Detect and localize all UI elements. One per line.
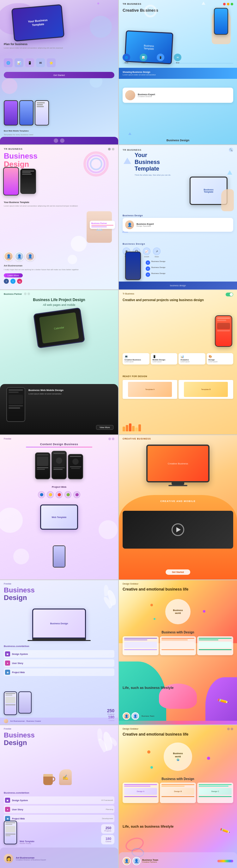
card3-ant: Ant Businessman [4, 265, 22, 267]
card12-lifestyle: Life, such as business lifestyle [123, 824, 205, 829]
card7-brand: Freebie [4, 438, 11, 440]
card1-subtitle: Plan for business [4, 42, 114, 46]
card11-domain: Business.com/detion [4, 792, 29, 794]
card5-brand: Business Partner [4, 293, 22, 295]
card6-feat2-desc: Lorem ipsum [153, 361, 176, 363]
card7-icon2: 🟡 [47, 491, 54, 498]
card10-bwd: Business with Design [123, 630, 233, 634]
card2-icon-yellow [227, 3, 230, 5]
card3-brand: TR BUSINESS [4, 148, 22, 150]
card2-brand: TR BUSINESS [123, 2, 141, 5]
card11-feat1-sub: UI Framework [101, 799, 113, 801]
card11-feat3-icon: ◉ [5, 816, 10, 821]
card1-cta[interactable]: Get Started [53, 74, 65, 76]
icon-globe: 🌐 [4, 58, 12, 67]
card4-desc: Think the whole way. See what you can do… [135, 174, 233, 176]
card11-feat3: Project Web [12, 817, 25, 820]
card8-play-btn[interactable] [172, 523, 184, 536]
main-grid: Your BusinessTemplate Plan for business … [0, 0, 237, 725]
icon-twitter[interactable]: t [10, 279, 16, 284]
card9-item1: Design System [12, 653, 28, 655]
icon-star: ⭐ [47, 58, 56, 67]
card4-num1: Business Design [151, 260, 165, 262]
grid-row-6: Freebie Business Design ✍️ Busines [0, 725, 237, 868]
card7-icon1: 🔵 [38, 491, 45, 498]
card2-showing: Showing Business Design [123, 71, 233, 73]
card2-bottom: Business Design [119, 139, 237, 142]
card11-person: Ant Businessman [16, 857, 46, 859]
card11-feat1: Design System [12, 799, 28, 802]
icon-chart: 📊 [15, 58, 23, 67]
card11-feat1-icon: ▣ [5, 798, 10, 803]
card12-avatar1: 👤 [123, 857, 131, 865]
card9-item2: User Story [12, 662, 23, 664]
icon-stats: 📈 [143, 248, 151, 255]
card1-body: Lorem ipsum dolor sit amet consectetur a… [4, 47, 114, 49]
icon-instagram[interactable]: ig [17, 279, 22, 284]
card7-title: Content Design Business [4, 443, 114, 446]
card9-icon1: ▣ [5, 651, 10, 656]
card12-dot2 [231, 728, 233, 730]
icon-phone: 📱 [25, 58, 34, 67]
card12-circle: Businessworld🌍 [173, 752, 183, 761]
card10-avatar-label: Business Team [141, 715, 155, 717]
card9-brand: Freebie [4, 583, 11, 585]
card2-person-role: Creative Director [138, 96, 155, 97]
card11-feat2: User Story [12, 808, 23, 811]
card3-ant-desc: I really hope that we are working for a … [4, 269, 114, 271]
card-4: TR BUSINESS 🔍 YourBusinessTemplate Think… [119, 145, 237, 289]
card10-circle-text: Businessworld [173, 609, 183, 615]
card3-bpcard: Business Partner [91, 222, 113, 224]
card6-toggle[interactable] [226, 292, 233, 297]
card-5: Business Partner Business Life Project D… [0, 290, 118, 434]
card2-icon-red [223, 3, 226, 5]
card4-num3: Business Design [151, 272, 165, 274]
card10-title: Creative and emotional business life [123, 587, 233, 592]
card8-screen-text: Creative Business [168, 462, 188, 465]
card9-item3: Project Web [12, 671, 25, 674]
card10-lifestyle: Life, such as business lifestyle [123, 685, 174, 690]
card6-feat4-icon: 🎨 [209, 355, 232, 358]
card9-title: Business Design [4, 586, 35, 601]
card-1: Your BusinessTemplate Plan for business … [0, 0, 118, 145]
card4-brand: TR BUSINESS [123, 149, 141, 151]
card8-get-started[interactable]: Get Started [165, 569, 190, 575]
card7-project-web: Project Web [4, 486, 114, 488]
card5-title: Business Life Project Design [4, 298, 114, 303]
card12-team-sub: Creative Partners [142, 861, 158, 863]
card-11: Freebie Business Design ✍️ Busines [0, 725, 118, 868]
card1-best-web: Best Web Mobile Templates [4, 130, 29, 132]
card-8: CREATIVE BUSINESS Creative Business CREA… [119, 435, 237, 580]
card-2: TR BUSINESS Creative Business BusinessTe… [119, 0, 237, 145]
card5-web: Business Web Mobile Design [28, 389, 115, 392]
card11-feat2-sub: Planning [106, 808, 113, 810]
card11-feat3-sub: Development [102, 817, 113, 819]
card5-desc: Lorem ipsum dolor sit amet consectetur [28, 393, 115, 395]
card9-domain: Business.com/detion [4, 645, 29, 648]
card11-web-label: Web Template [20, 840, 34, 842]
card8-creative-mobile: CREATIVE AND MOBILE [123, 500, 233, 503]
card4-search-icon[interactable]: 🔍 [229, 148, 233, 152]
card12-avatar2: 👤 [132, 857, 141, 865]
card6-feat1-desc: Lorem ipsum [125, 361, 148, 363]
card12-dot-purple [207, 757, 210, 760]
icon-facebook[interactable]: f [4, 279, 9, 284]
card6-feat1-icon: 💻 [125, 355, 148, 358]
card5-btn[interactable]: View More [96, 425, 113, 430]
card12-brand: Design Srokieur [123, 728, 138, 730]
card9-person: Ant Businessman · Business Creator [10, 720, 41, 722]
card12-team: Business Team [142, 859, 158, 861]
card12-dot1 [227, 728, 230, 730]
card2-icon-green [231, 3, 233, 5]
card3-title1: Business [4, 152, 37, 160]
card6-title: Creative and personal projects using bus… [123, 298, 228, 302]
card7-icon4: 🟢 [64, 491, 72, 498]
icon-mail: ✉ [36, 58, 45, 67]
card1-desc: Templates for every business need [4, 134, 33, 135]
card11-avatar: 👩 [4, 854, 13, 863]
card11-brand: Freebie [4, 728, 11, 730]
card3-learn-btn[interactable]: Learn More [4, 273, 23, 277]
card12-title: Creative and emotional business life [123, 732, 233, 737]
card11-web-desc: Mobile Ready [20, 842, 34, 844]
card-6: Tr Business Creative and personal projec… [119, 290, 237, 434]
